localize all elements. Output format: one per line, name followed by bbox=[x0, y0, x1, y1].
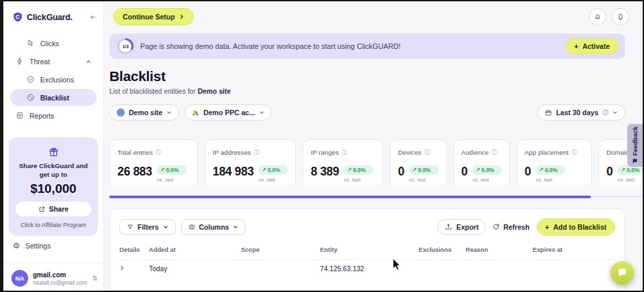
filters-button[interactable]: Filters bbox=[119, 219, 176, 235]
chat-icon bbox=[616, 267, 628, 279]
plus-icon: + bbox=[545, 223, 549, 231]
notifications-button[interactable] bbox=[589, 8, 606, 25]
date-range-label: Last 30 days bbox=[556, 108, 598, 117]
refresh-button[interactable]: Refresh bbox=[492, 223, 529, 231]
stat-label: Audience bbox=[462, 149, 489, 156]
user-menu[interactable]: NA gmail.com naatali.ro@gmail.com ⇅ bbox=[3, 263, 103, 292]
site-icon bbox=[117, 108, 125, 117]
promo-amount: $10,000 bbox=[30, 181, 76, 196]
app-window: ClickGuard. ⇤ Clicks Threat bbox=[0, 0, 644, 292]
cards-scrollbar-thumb[interactable] bbox=[109, 196, 591, 198]
table-row[interactable]: Today 74.125.63.132 bbox=[119, 259, 615, 273]
sidebar-item-label: Clicks bbox=[40, 40, 59, 48]
stat-value: 184 983 bbox=[213, 165, 254, 178]
gear-icon: ⚙ bbox=[13, 241, 20, 250]
stat-value: 26 883 bbox=[117, 165, 152, 178]
add-to-blacklist-button[interactable]: + Add to Blacklist bbox=[537, 218, 616, 236]
sidebar-item-blacklist[interactable]: Blacklist bbox=[10, 89, 97, 106]
date-range-selector[interactable]: Last 30 days ⓘ bbox=[537, 104, 625, 121]
info-icon[interactable]: ⓘ bbox=[341, 149, 347, 155]
info-icon[interactable]: ⓘ bbox=[156, 149, 162, 155]
stat-value: 0 bbox=[606, 165, 612, 178]
trend-value: 0.0% bbox=[482, 167, 494, 173]
sidebar-item-threat[interactable]: Threat bbox=[10, 53, 97, 70]
info-icon[interactable]: ⓘ bbox=[254, 149, 260, 155]
chevron-right-icon bbox=[179, 14, 184, 19]
chevron-down-icon bbox=[233, 224, 238, 230]
trend-value: 0.0% bbox=[627, 167, 639, 173]
trend-up-icon: ↗ bbox=[347, 167, 352, 173]
chat-widget-button[interactable] bbox=[610, 261, 634, 285]
trend-value: 0.0% bbox=[268, 167, 280, 173]
user-name: gmail.com bbox=[33, 271, 87, 279]
filters-button-label: Filters bbox=[138, 223, 159, 231]
setup-progress-ring: 1/3 bbox=[117, 38, 133, 54]
trend-badge: ↗0.0% bbox=[409, 165, 439, 175]
sidebar-item-reports[interactable]: Reports bbox=[10, 107, 97, 124]
stat-value: 0 bbox=[462, 165, 468, 178]
sidebar-item-label: Settings bbox=[25, 242, 51, 250]
export-icon bbox=[445, 223, 452, 230]
stat-value: 8 389 bbox=[311, 165, 339, 178]
sidebar-item-exclusions[interactable]: Exclusions bbox=[10, 71, 97, 88]
trend-up-icon: ↗ bbox=[413, 167, 417, 173]
refresh-button-label: Refresh bbox=[503, 223, 529, 231]
ppc-account-selector[interactable]: Demo PPC ac... bbox=[184, 104, 272, 121]
user-info: gmail.com naatali.ro@gmail.com bbox=[33, 271, 87, 286]
info-icon[interactable]: ⓘ bbox=[424, 149, 430, 155]
sidebar-collapse-icon[interactable]: ⇤ bbox=[91, 13, 97, 21]
column-header-entity: Entity bbox=[320, 246, 419, 253]
table-toolbar: Filters Columns bbox=[119, 218, 615, 236]
site-selector-label: Demo site bbox=[129, 108, 162, 117]
demo-banner-message: Page is showing demo data. Activate your… bbox=[140, 42, 400, 50]
user-email: naatali.ro@gmail.com bbox=[33, 279, 87, 286]
sidebar-item-settings[interactable]: ⚙ Settings bbox=[3, 236, 103, 256]
continue-setup-button[interactable]: Continue Setup bbox=[113, 8, 194, 25]
export-button[interactable]: Export bbox=[437, 219, 486, 235]
stat-caption: vs. last period bbox=[535, 177, 565, 185]
table-header-row: Details Added at Scope Entity Exclusions… bbox=[119, 246, 615, 253]
chevron-up-icon bbox=[86, 59, 91, 64]
affiliate-link[interactable]: Click to Affiliate Program bbox=[21, 222, 87, 228]
columns-button[interactable]: Columns bbox=[181, 219, 246, 235]
site-selector[interactable]: Demo site bbox=[109, 104, 179, 121]
info-icon[interactable]: ⓘ bbox=[491, 149, 497, 155]
sort-chevrons-icon: ⇅ bbox=[93, 275, 98, 282]
stat-caption: vs. last period bbox=[409, 177, 439, 185]
cell-scope bbox=[241, 265, 320, 273]
trend-badge: ↗0.0% bbox=[157, 165, 186, 175]
stat-card-app-placement: App placementⓘ 0 ↗0.0% vs. last period bbox=[517, 139, 592, 185]
stat-label: Total entries bbox=[117, 149, 153, 156]
device-icon bbox=[616, 13, 625, 21]
bell-icon bbox=[594, 13, 602, 21]
stat-card-ip-addresses: IP addressesⓘ 184 983 ↗0.0% vs. last per… bbox=[205, 139, 296, 185]
share-button[interactable]: Share bbox=[15, 202, 91, 216]
activate-button[interactable]: + Activate bbox=[566, 38, 619, 54]
stat-label: IP addresses bbox=[213, 149, 251, 156]
sidebar: ClickGuard. ⇤ Clicks Threat bbox=[3, 1, 104, 291]
column-header-added-at: Added at bbox=[149, 246, 241, 253]
google-ads-icon bbox=[192, 109, 199, 117]
info-icon[interactable]: ⓘ bbox=[571, 149, 577, 155]
page-subtitle-site: Demo site bbox=[198, 88, 231, 95]
feedback-tab[interactable]: Feedback bbox=[627, 124, 643, 167]
stats-card-strip: Total entriesⓘ 26 883 ↗0.0% vs. last per… bbox=[104, 139, 643, 185]
filter-icon bbox=[127, 224, 133, 230]
sidebar-item-clicks[interactable]: Clicks bbox=[10, 35, 97, 52]
row-expand-chevron[interactable] bbox=[119, 265, 149, 273]
stat-card-total-entries: Total entriesⓘ 26 883 ↗0.0% vs. last per… bbox=[109, 139, 198, 185]
logo[interactable]: ClickGuard. ⇤ bbox=[3, 1, 103, 29]
trend-up-icon: ↗ bbox=[476, 167, 480, 173]
avatar: NA bbox=[11, 270, 28, 287]
devices-button[interactable] bbox=[612, 8, 629, 25]
export-button-label: Export bbox=[456, 223, 478, 231]
demo-banner: 1/3 Page is showing demo data. Activate … bbox=[109, 33, 625, 59]
click-icon bbox=[26, 39, 35, 48]
ppc-account-label: Demo PPC ac... bbox=[203, 108, 255, 117]
cell-reason bbox=[466, 265, 533, 273]
page-subtitle-text: List of blacklisted entities for bbox=[109, 88, 196, 95]
check-circle-icon bbox=[26, 75, 35, 84]
info-icon[interactable]: ⓘ bbox=[602, 110, 608, 116]
report-icon bbox=[15, 111, 24, 120]
stat-card-audience: Audienceⓘ 0 ↗0.0% vs. last period bbox=[453, 139, 510, 185]
